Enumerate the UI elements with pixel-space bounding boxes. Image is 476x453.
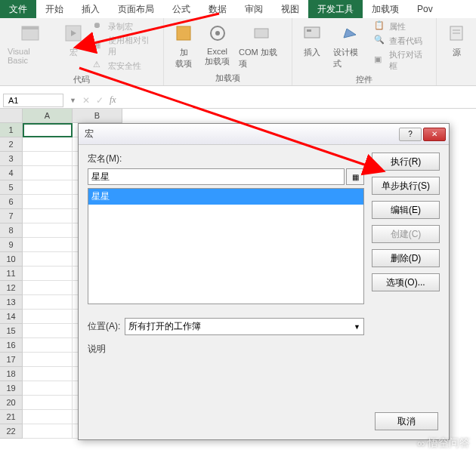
macro-security-button[interactable]: ⚠宏安全性 [91,59,159,72]
tab-developer[interactable]: 开发工具 [308,0,363,18]
visual-basic-button[interactable]: Visual Basic [5,20,55,66]
security-icon: ⚠ [93,60,105,72]
cell[interactable] [23,166,73,180]
insert-control-button[interactable]: 插入 [297,20,327,60]
create-button[interactable]: 创建(C) [372,225,440,243]
row-header[interactable]: 19 [0,381,23,396]
cell[interactable] [23,180,73,195]
location-select[interactable]: 所有打开的工作簿 ▼ [125,318,364,335]
com-addins-icon [249,21,274,45]
cell[interactable] [23,310,73,324]
tab-file[interactable]: 文件 [0,0,36,18]
name-box[interactable] [3,94,63,107]
macro-button[interactable]: 宏 [58,20,88,60]
cell[interactable] [23,267,73,281]
row-header[interactable]: 7 [0,209,23,223]
cell[interactable] [23,367,73,381]
dialog-help-button[interactable]: ? [399,128,422,141]
cell[interactable] [23,396,73,410]
options-button[interactable]: 选项(O)... [372,273,440,291]
col-header[interactable]: A [23,109,73,123]
cell[interactable] [23,223,73,238]
row-header[interactable]: 6 [0,195,23,209]
source-button[interactable]: 源 [441,20,471,60]
row-header[interactable]: 1 [0,123,23,137]
row-header[interactable]: 5 [0,180,23,195]
macro-list[interactable]: 星星 [88,188,364,304]
dropdown-icon[interactable]: ▼ [70,97,76,104]
row-header[interactable]: 3 [0,152,23,166]
excel-addins-icon [206,21,230,45]
tab-addins[interactable]: 加载项 [363,0,408,18]
cell[interactable] [23,410,73,424]
run-dialog-button[interactable]: ▣执行对话框 [372,48,431,72]
row-header[interactable]: 11 [0,267,23,281]
tab-formula[interactable]: 公式 [163,0,199,18]
cell[interactable] [23,353,73,367]
tab-home[interactable]: 开始 [36,0,73,18]
cell[interactable] [23,324,73,338]
row-header[interactable]: 16 [0,338,23,353]
relative-ref-button[interactable]: ▦使用相对引用 [91,34,159,58]
tab-page-layout[interactable]: 页面布局 [109,0,163,18]
macro-name-label: 宏名(M): [88,153,364,165]
run-button[interactable]: 执行(R) [372,153,440,171]
row-header[interactable]: 2 [0,137,23,152]
insert-control-icon [300,21,324,45]
macro-list-item[interactable]: 星星 [88,189,363,205]
cell[interactable] [23,338,73,353]
tab-data[interactable]: 数据 [199,0,236,18]
cell[interactable] [23,137,73,152]
row-header[interactable]: 4 [0,166,23,180]
macro-name-input[interactable] [88,168,345,185]
row-header[interactable]: 9 [0,238,23,252]
col-header[interactable]: B [73,109,122,123]
row-header[interactable]: 14 [0,310,23,324]
row-header[interactable]: 21 [0,410,23,424]
edit-button[interactable]: 编辑(E) [372,201,440,219]
tab-view[interactable]: 视图 [272,0,308,18]
watermark: ∞ 悟空问答 [417,436,470,450]
tab-power[interactable]: Pov [408,0,442,18]
delete-button[interactable]: 删除(D) [372,249,440,267]
select-all-corner[interactable] [0,109,23,123]
row-header[interactable]: 22 [0,424,23,439]
row-header[interactable]: 17 [0,353,23,367]
dialog-titlebar[interactable]: 宏 ? ✕ [79,124,449,145]
cell[interactable] [23,252,73,267]
row-header[interactable]: 8 [0,223,23,238]
dialog-close-button[interactable]: ✕ [423,128,446,141]
cell[interactable] [23,152,73,166]
fx-button[interactable]: fx [110,94,116,106]
row-header[interactable]: 10 [0,252,23,267]
cell[interactable] [23,281,73,295]
tab-review[interactable]: 审阅 [236,0,272,18]
cell[interactable] [23,209,73,223]
row-header[interactable]: 13 [0,295,23,310]
ribbon-body: Visual Basic 宏 ⏺录制宏 ▦使用相对引用 ⚠宏安全性 代码 加 载… [0,18,476,86]
view-code-button[interactable]: 🔍查看代码 [372,34,431,48]
tab-insert[interactable]: 插入 [73,0,109,18]
record-macro-button[interactable]: ⏺录制宏 [91,20,159,33]
addins-button[interactable]: 加 载项 [168,20,199,71]
cancel-button[interactable]: 取消 [375,412,438,430]
properties-icon: 📋 [374,20,386,32]
cell[interactable] [23,295,73,310]
group-code-label: 代码 [5,72,159,85]
cell[interactable] [23,238,73,252]
design-mode-button[interactable]: 设计模式 [330,20,369,71]
properties-button[interactable]: 📋属性 [372,20,431,33]
row-header[interactable]: 18 [0,367,23,381]
cell[interactable] [23,381,73,396]
step-button[interactable]: 单步执行(S) [372,177,440,195]
cell[interactable] [23,195,73,209]
excel-addins-button[interactable]: Excel 加载项 [202,20,233,69]
cell[interactable] [23,123,73,137]
row-header[interactable]: 20 [0,396,23,410]
formula-bar: ▼ ✕ ✓ fx [0,92,476,109]
macro-name-refedit-button[interactable]: ▦ [346,168,364,185]
row-header[interactable]: 12 [0,281,23,295]
com-addins-button[interactable]: COM 加载项 [236,20,287,71]
row-header[interactable]: 15 [0,324,23,338]
cell[interactable] [23,424,73,439]
